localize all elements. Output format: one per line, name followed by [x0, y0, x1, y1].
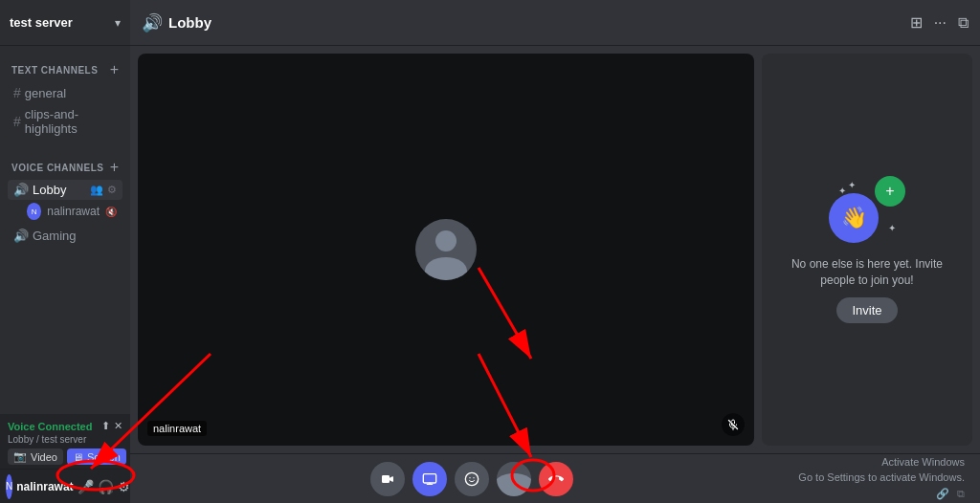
invite-graphic: ✦ ✦ 👋 + ✦ [829, 176, 905, 243]
activate-title: Activate Windows [798, 455, 965, 470]
grid-view-icon[interactable]: ⊞ [910, 13, 923, 32]
voice-actions-row: 📷 Video 🖥 Screen [8, 448, 122, 465]
camera-button[interactable] [370, 462, 405, 496]
activity-button[interactable] [455, 462, 489, 496]
star-icon-2: ✦ [848, 180, 856, 190]
voice-channels-section: VOICE CHANNELS + 🔊 Lobby 👥 ⚙ N [0, 143, 130, 251]
text-channels-section: TEXT CHANNELS + # general # clips-and-hi… [0, 46, 130, 143]
voice-disconnect-icon[interactable]: ✕ [114, 420, 122, 432]
voice-expand-icon[interactable]: ⬆ [101, 420, 110, 432]
svg-rect-1 [424, 473, 436, 482]
plus-icon: + [885, 183, 894, 200]
main-content: 🔊 Lobby ⊞ ··· ⧉ nalinrawat [130, 0, 980, 503]
invite-panel: ✦ ✦ 👋 + ✦ No one else is here yet. Invit… [762, 54, 972, 446]
bottom-toolbar: Activate Windows Go to Settings to activ… [130, 453, 980, 503]
activate-link-1[interactable]: 🔗 [936, 487, 949, 501]
server-header[interactable]: test server ▾ [0, 0, 130, 46]
window-icon[interactable]: ⧉ [958, 14, 969, 32]
svg-point-4 [474, 477, 475, 478]
add-text-channel-button[interactable]: + [110, 61, 119, 78]
screen-button[interactable]: 🖥 Screen [67, 448, 126, 465]
sidebar: test server ▾ TEXT CHANNELS + # general … [0, 0, 130, 503]
top-bar-left: 🔊 Lobby [142, 12, 212, 33]
channel-name-clips: clips-and-highlights [25, 107, 117, 136]
channel-general[interactable]: # general [8, 82, 122, 103]
speaker-icon-gaming: 🔊 [13, 229, 29, 243]
toolbar-user-avatar [497, 462, 531, 496]
top-bar-channel-name: Lobby [168, 14, 212, 31]
activate-windows-notice: Activate Windows Go to Settings to activ… [798, 455, 965, 501]
invite-circle-green: + [875, 176, 905, 207]
invite-circle-purple: 👋 [829, 193, 879, 243]
screen-share-button[interactable] [412, 462, 447, 496]
hash-icon-clips: # [13, 114, 21, 129]
text-channels-header: TEXT CHANNELS + [8, 61, 122, 78]
text-channels-label: TEXT CHANNELS [11, 65, 98, 76]
top-bar: 🔊 Lobby ⊞ ··· ⧉ [130, 0, 980, 46]
disconnect-button[interactable] [539, 462, 573, 496]
hash-icon: # [13, 85, 21, 100]
video-mute-icon [722, 413, 745, 436]
video-username-label: nalinrawat [147, 421, 207, 436]
video-user-avatar [415, 219, 477, 280]
svg-point-3 [470, 477, 471, 478]
wave-icon: 👋 [841, 206, 867, 230]
voice-channel-lobby[interactable]: 🔊 Lobby 👥 ⚙ [8, 180, 122, 200]
invite-button[interactable]: Invite [836, 297, 897, 323]
video-label: Video [31, 451, 57, 463]
user-settings-icon[interactable]: ⚙ [118, 479, 130, 494]
toolbar-avatar-silhouette [497, 462, 531, 496]
video-tile-main: nalinrawat [138, 54, 754, 446]
voice-connected-channel-info: Lobby / test server [8, 434, 122, 445]
video-button[interactable]: 📷 Video [8, 448, 63, 465]
user-headphone-icon[interactable]: 🎧 [98, 479, 114, 494]
user-mute-icon: 🔇 [105, 207, 117, 217]
activate-link-2[interactable]: ⧉ [957, 487, 965, 501]
lobby-user-nalinrawat[interactable]: N nalinrawat 🔇 [8, 201, 122, 222]
user-mic-icon[interactable]: 🎤 [78, 479, 94, 494]
user-panel-username: nalinrawat [16, 480, 73, 493]
user-panel-avatar: N [6, 474, 12, 499]
voice-channel-actions: 👥 ⚙ [90, 184, 117, 196]
voice-channel-lobby-left: 🔊 Lobby [13, 183, 66, 197]
speaker-icon: 🔊 [13, 183, 29, 197]
star-icon-3: ✦ [888, 223, 896, 233]
voice-channel-name-lobby: Lobby [33, 183, 66, 197]
top-bar-right: ⊞ ··· ⧉ [910, 13, 969, 32]
top-bar-speaker-icon: 🔊 [142, 12, 163, 33]
screen-share-icon: 🖥 [73, 451, 83, 463]
activate-desc: Go to Settings to activate Windows. [798, 470, 965, 485]
voice-channels-label: VOICE CHANNELS [11, 163, 103, 173]
server-name: test server [10, 15, 73, 30]
voice-channel-gaming[interactable]: 🔊 Gaming [8, 226, 122, 246]
svg-point-2 [466, 472, 479, 485]
user-avatar-small: N [27, 203, 41, 220]
user-panel-actions: 🎤 🎧 ⚙ [78, 479, 130, 494]
voice-connected-status: Voice Connected [8, 421, 92, 432]
user-panel: N nalinrawat 🎤 🎧 ⚙ [0, 469, 130, 503]
user-count-icon: 👥 [90, 184, 103, 196]
activate-links: 🔗 ⧉ [798, 487, 965, 501]
add-voice-channel-button[interactable]: + [110, 159, 119, 176]
voice-connected-controls: ⬆ ✕ [101, 420, 122, 432]
invite-description: No one else is here yet. Invite people t… [781, 256, 953, 289]
voice-channel-settings-icon[interactable]: ⚙ [107, 184, 117, 196]
voice-channel-name-gaming: Gaming [33, 229, 77, 243]
more-options-icon[interactable]: ··· [934, 14, 947, 32]
voice-channel-gaming-left: 🔊 Gaming [13, 229, 77, 243]
channel-name-general: general [25, 86, 66, 100]
video-area: nalinrawat ✦ [130, 46, 980, 453]
screen-label: Screen [87, 451, 121, 463]
video-icon: 📷 [13, 450, 27, 463]
toolbar-right: Activate Windows Go to Settings to activ… [798, 455, 965, 501]
lobby-user-name: nalinrawat [47, 205, 100, 218]
toolbar-center [370, 462, 573, 496]
voice-channels-header: VOICE CHANNELS + [8, 159, 122, 176]
voice-connected-header: Voice Connected ⬆ ✕ [8, 420, 122, 432]
channel-clips[interactable]: # clips-and-highlights [8, 104, 122, 139]
voice-connected-panel: Voice Connected ⬆ ✕ Lobby / test server … [0, 414, 130, 469]
server-chevron-icon: ▾ [115, 16, 121, 30]
